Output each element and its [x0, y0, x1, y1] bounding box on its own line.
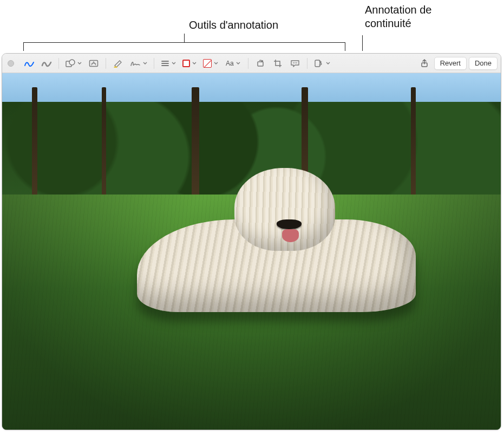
border-color-swatch	[182, 60, 190, 67]
highlight-button[interactable]	[110, 57, 126, 70]
text-tool-button[interactable]	[86, 57, 101, 70]
chevron-down-icon	[214, 61, 218, 66]
callout-bracket-left	[23, 42, 24, 51]
callout-bracket-right	[345, 42, 345, 51]
chevron-down-icon	[143, 61, 147, 66]
dog-nose	[277, 219, 302, 229]
callout-bracket-stem	[184, 34, 185, 42]
toolbar-separator	[58, 58, 59, 69]
callout-continuity-annotation: Annotation de continuité	[365, 3, 431, 30]
dog-subject	[137, 177, 416, 319]
image-description-button[interactable]	[287, 57, 303, 70]
svg-point-4	[293, 62, 294, 63]
toolbar-separator	[307, 58, 307, 69]
shape-style-button[interactable]	[159, 57, 178, 70]
draw-tool-button[interactable]	[39, 57, 54, 70]
highlight-icon	[113, 59, 123, 68]
rotate-icon	[256, 59, 265, 68]
markup-window: Aa Revert Done	[2, 53, 501, 430]
revert-button[interactable]: Revert	[434, 57, 467, 70]
callout-bracket-horizontal	[23, 42, 345, 43]
border-color-button[interactable]	[180, 57, 199, 70]
text-icon	[89, 59, 99, 68]
sketch-icon	[24, 59, 35, 68]
svg-rect-3	[258, 62, 263, 66]
chevron-down-icon	[172, 61, 176, 66]
callout-annotation-tools: Outils d'annotation	[189, 18, 278, 32]
sign-icon	[130, 59, 141, 68]
rotate-button[interactable]	[253, 57, 268, 70]
callouts: Outils d'annotation Annotation de contin…	[0, 0, 504, 54]
annotate-on-device-icon	[314, 59, 324, 68]
crop-button[interactable]	[270, 57, 285, 70]
svg-point-1	[69, 60, 75, 65]
markup-toolbar: Aa Revert Done	[2, 54, 501, 73]
shapes-icon	[66, 59, 75, 68]
chevron-down-icon	[326, 61, 330, 66]
chevron-down-icon	[192, 61, 197, 66]
crop-icon	[273, 59, 282, 68]
shape-style-icon	[161, 59, 169, 68]
share-icon	[420, 59, 429, 68]
toolbar-separator	[154, 58, 154, 69]
fill-color-button[interactable]	[201, 57, 220, 70]
text-style-label: Aa	[226, 60, 234, 67]
shapes-button[interactable]	[63, 57, 84, 70]
chevron-down-icon	[77, 61, 82, 66]
done-button[interactable]: Done	[469, 57, 498, 70]
traffic-light-close[interactable]	[8, 60, 14, 67]
annotate-on-device-button[interactable]	[312, 57, 332, 70]
text-style-button[interactable]: Aa	[222, 57, 244, 70]
toolbar-separator	[248, 58, 248, 69]
callout-continuity-leader	[362, 35, 363, 51]
svg-point-6	[296, 62, 297, 63]
share-button[interactable]	[417, 57, 432, 70]
chevron-down-icon	[236, 61, 240, 66]
image-canvas[interactable]	[2, 73, 501, 430]
toolbar-separator	[106, 58, 106, 69]
photo-placeholder	[2, 73, 501, 430]
revert-label: Revert	[440, 59, 461, 67]
dog-tongue	[282, 229, 299, 242]
sketch-tool-button[interactable]	[22, 57, 37, 70]
fill-color-swatch	[203, 59, 212, 68]
done-label: Done	[475, 59, 492, 67]
sign-button[interactable]	[128, 57, 149, 70]
svg-point-5	[294, 62, 296, 63]
image-description-icon	[290, 59, 300, 68]
draw-icon	[41, 59, 52, 68]
